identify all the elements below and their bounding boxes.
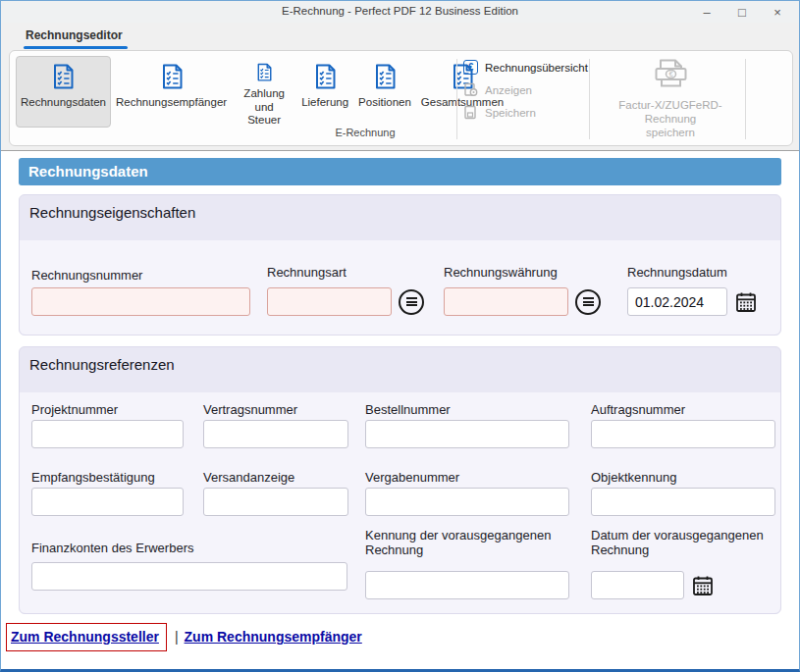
ribbon-button-label: Rechnungsempfänger [116, 96, 227, 109]
bestellnummer-input[interactable] [365, 420, 569, 448]
menu-icon [583, 297, 594, 306]
field-rechnungsnummer: Rechnungsnummer [31, 268, 142, 283]
checklist-document-icon [370, 62, 400, 91]
field-label: Rechnungswährung [444, 265, 558, 280]
checklist-document-icon [157, 62, 187, 91]
window-title: E-Rechnung - Perfect PDF 12 Business Edi… [1, 5, 799, 17]
facturx-label-line1: Factur-X/ZUGFeRD-Rechnung [596, 99, 745, 127]
footer-navigation: Zum Rechnungssteller | Zum Rechnungsempf… [6, 622, 362, 651]
ribbon-button-rechnungsempfaenger[interactable]: Rechnungsempfänger [111, 56, 232, 128]
field-label: Rechnungsart [267, 265, 347, 280]
field-label: Vertragsnummer [203, 402, 297, 417]
datum-vorausgegangene-rechnung-input[interactable] [591, 571, 684, 599]
versandanzeige-input[interactable] [203, 488, 348, 516]
empfangsbestaetigung-input[interactable] [31, 488, 184, 516]
facturx-save-button: € Factur-X/ZUGFeRD-Rechnung speichern [596, 57, 745, 139]
euro-badge-icon: € [463, 60, 478, 75]
anzeigen-button: Anzeigen [463, 80, 587, 99]
maximize-button[interactable]: □ [724, 1, 760, 23]
field-label: Rechnungsnummer [31, 268, 142, 283]
ribbon-button-positionen[interactable]: Positionen [353, 56, 416, 128]
ribbon-group-container: Rechnungsdaten Rechnungsempfänger [9, 50, 793, 146]
active-tab-indicator [24, 46, 128, 49]
close-button[interactable]: × [760, 1, 795, 23]
field-label: Kennung der vorausgegangenen Rechnung [365, 528, 573, 557]
checklist-document-icon [310, 62, 340, 91]
ribbon-group-divider [745, 59, 746, 139]
kennung-vorausgegangene-rechnung-input[interactable] [365, 571, 569, 599]
auftragsnummer-input[interactable] [591, 420, 775, 448]
rechnungsdatum-input[interactable] [627, 287, 727, 316]
rechnungswaehrung-menu-button[interactable] [575, 289, 601, 315]
datum-vorausgegangene-rechnung-calendar-button[interactable] [691, 574, 715, 597]
section-rechnungsreferenzen: Rechnungsreferenzen Projektnummer Vertra… [19, 346, 781, 614]
field-label: Vergabenummer [365, 470, 459, 485]
facturx-invoice-icon: € [650, 57, 691, 92]
calendar-icon [734, 290, 758, 314]
field-label: Versandanzeige [203, 470, 294, 485]
window-controls: – □ × [689, 1, 795, 23]
menu-icon [406, 297, 417, 306]
side-button-label: Speichern [485, 107, 536, 119]
link-separator: | [175, 629, 179, 645]
app-window: E-Rechnung - Perfect PDF 12 Business Edi… [0, 0, 800, 672]
ribbon-group-divider [456, 59, 457, 139]
checklist-document-icon [48, 62, 78, 91]
objektkennung-input[interactable] [591, 488, 775, 516]
ribbon-group-label: E-Rechnung [301, 127, 429, 138]
field-label: Objektkennung [591, 470, 676, 485]
ribbon-button-lieferung[interactable]: Lieferung [296, 56, 353, 128]
rechnungsdatum-calendar-button[interactable] [734, 290, 758, 314]
vergabenummer-input[interactable] [365, 488, 569, 516]
speichern-button: Speichern [463, 103, 587, 122]
field-rechnungsart: Rechnungsart [267, 265, 347, 280]
projektnummer-input[interactable] [31, 420, 184, 448]
field-label: Finanzkonten des Erwerbers [31, 541, 193, 555]
ribbon: Rechnungsdaten Rechnungsempfänger [1, 50, 799, 151]
field-label: Bestellnummer [365, 402, 451, 417]
ribbon-button-label: Zahlung und Steuer [237, 87, 292, 127]
facturx-label-line2: speichern [596, 127, 745, 140]
vertragsnummer-input[interactable] [203, 420, 348, 448]
title-bar: E-Rechnung - Perfect PDF 12 Business Edi… [1, 1, 799, 23]
minimize-button[interactable]: – [689, 1, 724, 23]
field-rechnungsdatum: Rechnungsdatum [627, 265, 727, 280]
link-zum-rechnungsempfaenger[interactable]: Zum Rechnungsempfänger [185, 629, 362, 645]
side-button-label: Anzeigen [485, 84, 532, 96]
side-button-label: Rechnungsübersicht [485, 62, 588, 74]
section-title: Rechnungsreferenzen [29, 356, 175, 373]
field-rechnungswaehrung: Rechnungswährung [444, 265, 558, 280]
document-save-icon [463, 105, 478, 120]
rechnungsart-menu-button[interactable] [399, 289, 424, 315]
field-label: Auftragsnummer [591, 402, 685, 417]
rechnungswaehrung-input[interactable] [444, 287, 568, 316]
document-preview-icon [463, 82, 478, 97]
ribbon-button-zahlung-und-steuer[interactable]: Zahlung und Steuer [232, 56, 296, 128]
ribbon-button-rechnungsdaten[interactable]: Rechnungsdaten [16, 56, 111, 128]
calendar-icon [691, 574, 715, 597]
link-zum-rechnungssteller[interactable]: Zum Rechnungssteller [11, 629, 159, 645]
finanzkonten-input[interactable] [31, 562, 347, 591]
rechnungsart-input[interactable] [267, 287, 392, 316]
ribbon-button-label: Positionen [358, 96, 411, 109]
section-title: Rechnungseigenschaften [29, 204, 195, 221]
rechnungsuebersicht-button[interactable]: € Rechnungsübersicht [463, 58, 587, 77]
ribbon-button-label: Rechnungsdaten [21, 96, 106, 109]
ribbon-button-label: Lieferung [301, 96, 348, 109]
section-rechnungseigenschaften: Rechnungseigenschaften Rechnungsnummer R… [19, 194, 781, 336]
ribbon-group-divider [589, 59, 590, 139]
field-label: Projektnummer [31, 402, 118, 417]
ribbon-side-buttons: € Rechnungsübersicht Anzeigen [463, 58, 587, 126]
focus-rectangle: Zum Rechnungssteller [6, 623, 167, 651]
ribbon-tabstrip: Rechnungseditor [1, 23, 799, 50]
field-label: Empfangsbestätigung [31, 470, 155, 485]
field-label: Rechnungsdatum [627, 265, 727, 280]
rechnungsnummer-input[interactable] [31, 287, 250, 316]
page-title: Rechnungsdaten [19, 158, 781, 185]
tab-rechnungseditor[interactable]: Rechnungseditor [26, 28, 123, 42]
main-content: Rechnungsdaten Rechnungseigenschaften Re… [1, 151, 799, 669]
checklist-document-icon [249, 62, 279, 82]
field-label: Datum der vorausgegangenen Rechnung [591, 528, 779, 557]
ribbon-big-buttons: Rechnungsdaten Rechnungsempfänger [16, 56, 508, 128]
